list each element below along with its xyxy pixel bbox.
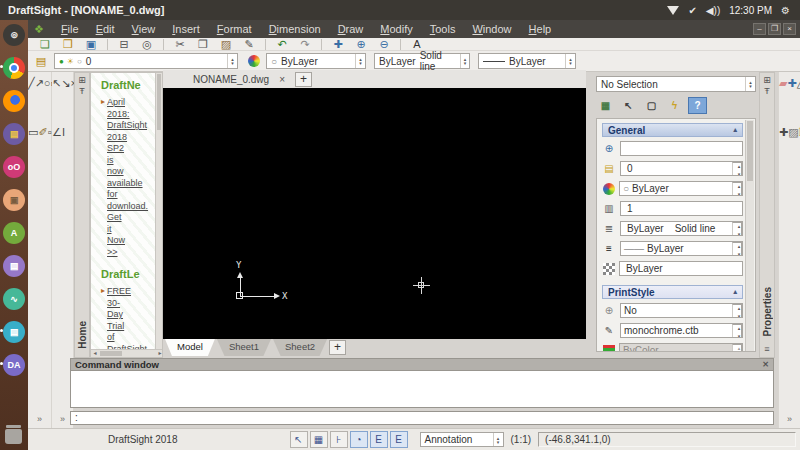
command-window-close-icon[interactable]: ✕ (762, 360, 769, 369)
line-style-combo[interactable]: ByLayer Solid line (374, 53, 470, 69)
photos-icon[interactable]: ▣ (2, 188, 26, 211)
print-icon[interactable]: ⊟ (117, 38, 131, 50)
volume-icon[interactable]: ◀)) (706, 5, 720, 16)
zoom-out-icon[interactable]: ⊖ (377, 38, 391, 50)
open-file-icon[interactable]: ❒ (61, 38, 75, 50)
pin-icon[interactable]: Ŧ (764, 86, 770, 97)
line-weight-combo[interactable]: ByLayer (478, 53, 576, 69)
angle-measure-icon[interactable]: ∠ (52, 126, 62, 138)
toolbar-overflow-chevron[interactable]: » (60, 414, 65, 424)
new-file-icon[interactable]: ❏ (38, 38, 52, 50)
zoom-in-icon[interactable]: ⊕ (354, 38, 368, 50)
notes-app-icon[interactable]: ▤ (2, 320, 26, 343)
smart-dimension-icon[interactable]: ↖ (52, 77, 61, 89)
new-document-button[interactable]: + (295, 72, 312, 87)
minimize-button[interactable]: – (753, 23, 766, 35)
scroll-thumb[interactable] (100, 351, 122, 356)
print-preview-icon[interactable]: ◎ (140, 38, 154, 50)
session-menu-icon[interactable]: ⚙ (781, 5, 790, 16)
document-app-icon[interactable]: ▤ (2, 254, 26, 277)
menu-format[interactable]: Format (217, 23, 252, 35)
separator[interactable] (163, 39, 164, 50)
toolbar-overflow-chevron[interactable]: » (37, 414, 42, 424)
lineweight-combo-spinner[interactable] (565, 54, 575, 68)
health-monitor-icon[interactable]: ∿ (2, 287, 26, 310)
toolbar-overflow-chevron[interactable]: » (787, 414, 792, 424)
select-cursor-icon[interactable]: ↖ (619, 97, 638, 114)
news-item-text[interactable]: April 2018: DraftSight 2018 SP2 is now a… (107, 97, 148, 258)
chrome-icon[interactable] (2, 56, 26, 79)
close-button[interactable]: × (783, 23, 796, 35)
home-tab-label[interactable]: Home (77, 321, 88, 349)
separator[interactable] (265, 39, 266, 50)
polar-button[interactable]: ◔ (350, 431, 368, 448)
tab-model[interactable]: Model (165, 339, 215, 356)
sketch-tool-icon[interactable]: ✐ (38, 126, 47, 138)
trash-icon[interactable] (5, 429, 22, 444)
line-tool-icon[interactable]: ╱ (28, 77, 35, 89)
layer-combo[interactable]: ●☀○ 0 (54, 53, 238, 69)
format-painter-icon[interactable]: ✎ (242, 38, 256, 50)
command-input-line[interactable]: : (70, 411, 774, 425)
selection-box-tool-icon[interactable]: ▫ (48, 126, 52, 138)
clock[interactable]: 12:30 PM (729, 5, 772, 16)
menu-draw[interactable]: Draw (338, 23, 364, 35)
undo-icon[interactable]: ↶ (275, 38, 289, 50)
tab-sheet2[interactable]: Sheet2 (273, 339, 327, 356)
tab-sheet1[interactable]: Sheet1 (217, 339, 271, 356)
text-style-icon[interactable]: A (410, 38, 424, 50)
color-combo-spinner[interactable] (355, 54, 365, 68)
copy-icon[interactable]: ❐ (196, 38, 210, 50)
line-color-icon[interactable] (248, 55, 260, 67)
scroll-right-arrow[interactable]: ▸ (156, 350, 163, 357)
android-studio-icon[interactable]: A (2, 221, 26, 244)
panel-menu-icon[interactable]: ≡ (764, 344, 769, 355)
pointer-snap-button[interactable]: ↖ (290, 431, 308, 448)
redo-icon[interactable]: ↷ (298, 38, 312, 50)
selection-combo-spinner[interactable] (745, 77, 755, 91)
menu-modify[interactable]: Modify (380, 23, 412, 35)
trial-item-text[interactable]: FREE 30- Day Trial of DraftSight Profess… (107, 286, 155, 358)
separator[interactable] (107, 39, 108, 50)
printstyle-section-header[interactable]: PrintStyle ▴ (602, 285, 743, 299)
draftsight-icon[interactable]: DA (2, 353, 26, 376)
grid-button[interactable]: ▦ (310, 431, 328, 448)
properties-scrollbar[interactable] (745, 120, 754, 352)
separator[interactable] (321, 39, 322, 50)
maximize-button[interactable]: ❐ (768, 23, 781, 35)
save-icon[interactable]: ▣ (84, 38, 98, 50)
menu-window[interactable]: Window (472, 23, 511, 35)
panel-options-icon[interactable]: ⊞ (78, 75, 86, 86)
news-vertical-scrollbar[interactable] (155, 73, 162, 351)
separator[interactable] (400, 39, 401, 50)
layer-combo-spinner[interactable] (227, 54, 237, 68)
line-color-combo[interactable]: ○ ByLayer (266, 53, 366, 69)
help-icon[interactable]: ? (688, 97, 707, 114)
files-icon[interactable]: ▤ (2, 122, 26, 145)
quick-select-icon[interactable]: ϟ (665, 97, 684, 114)
media-player-icon[interactable]: oO (2, 155, 26, 178)
add-sheet-button[interactable]: + (329, 340, 346, 355)
entity-track-button[interactable]: E (390, 431, 408, 448)
ortho-button[interactable]: ⊦ (330, 431, 348, 448)
annotation-scale-combo[interactable]: Annotation (420, 432, 504, 447)
layers-manager-icon[interactable]: ▤ (34, 55, 48, 67)
news-horizontal-scrollbar[interactable]: ◂ ▸ (91, 349, 163, 357)
wifi-icon[interactable] (667, 6, 679, 15)
drawing-canvas[interactable]: Y X (163, 88, 586, 339)
ubuntu-dash-icon[interactable]: ⊚ (2, 23, 26, 46)
paste-icon[interactable]: ▨ (219, 38, 233, 50)
menu-file[interactable]: File (61, 23, 79, 35)
document-tab[interactable]: NONAME_0.dwg × (163, 70, 295, 88)
annotation-combo-spinner[interactable] (493, 433, 503, 446)
scroll-left-arrow[interactable]: ◂ (91, 350, 99, 357)
viewport-tool-icon[interactable]: ▭ (28, 126, 38, 138)
ordinate-tool-icon[interactable]: I (62, 126, 65, 138)
firefox-icon[interactable] (2, 89, 26, 112)
pan-icon[interactable]: ✚ (331, 38, 345, 50)
sync-status-icon[interactable]: ✔ (688, 5, 696, 16)
collapse-icon[interactable]: ▴ (733, 288, 737, 296)
menu-dimension[interactable]: Dimension (269, 23, 321, 35)
tab-close-icon[interactable]: × (279, 74, 285, 85)
linestyle-combo-spinner[interactable] (460, 54, 469, 68)
